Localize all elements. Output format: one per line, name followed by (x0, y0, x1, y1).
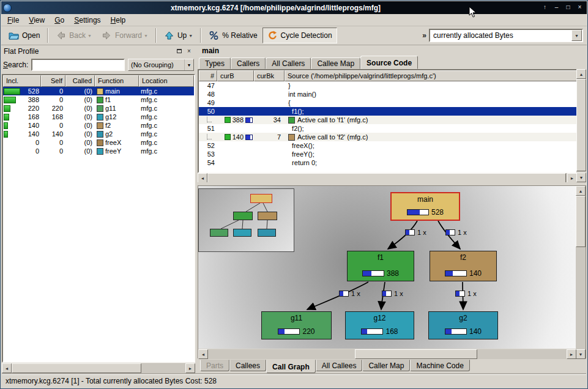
scroll-left-button[interactable]: ◄ (2, 363, 12, 373)
flat-profile-hscrollbar[interactable]: ◄ ► (2, 363, 195, 373)
close-button[interactable]: × (575, 3, 585, 12)
combobox-arrow-icon[interactable]: ▼ (571, 30, 582, 41)
graph-node-main[interactable]: main 528 (390, 192, 460, 221)
scrollbar-thumb[interactable] (355, 349, 477, 359)
toolbar-overflow-button[interactable]: » (420, 31, 429, 40)
table-row-g2[interactable]: 140 140 (0) g2 mfg.c (3, 130, 194, 138)
scroll-up-button[interactable]: ▲ (576, 69, 586, 79)
graph-node-f1[interactable]: f1 388 (347, 251, 414, 281)
tab-callers[interactable]: Callers (231, 57, 266, 69)
graph-node-g11[interactable]: g11 220 (261, 311, 332, 339)
scrollbar-thumb[interactable] (576, 196, 586, 247)
edge-label-f1-g11[interactable]: 1 x (339, 290, 360, 297)
table-row-main[interactable]: 528 0 (0) main mfg.c (3, 87, 194, 95)
table-row-f1[interactable]: 388 0 (0) f1 mfg.c (3, 95, 194, 104)
scrollbar-track[interactable] (208, 349, 567, 359)
column-header-location[interactable]: Location (139, 75, 194, 87)
scrollbar-track[interactable] (576, 196, 586, 349)
column-header-function[interactable]: Function (95, 75, 139, 87)
dock-float-button[interactable] (175, 47, 184, 55)
column-header-incl[interactable]: Incl. (3, 75, 41, 87)
source-line-selected[interactable]: 50 f1(); (199, 107, 585, 116)
source-line[interactable]: 47} (199, 81, 585, 90)
scrollbar-thumb[interactable] (12, 363, 141, 373)
scrollbar-track[interactable] (12, 363, 185, 373)
scroll-right-button[interactable]: ► (567, 349, 576, 359)
grouping-combobox[interactable]: (No Grouping) ▼ (128, 59, 194, 71)
tab-callees[interactable]: Callees (229, 360, 266, 371)
column-header-self[interactable]: Self (41, 75, 65, 87)
table-row-f2[interactable]: 140 0 (0) f2 mfg.c (3, 121, 194, 130)
table-row-g11[interactable]: 220 220 (0) g11 mfg.c (3, 104, 194, 113)
tab-callee-map[interactable]: Callee Map (311, 57, 360, 69)
search-input[interactable] (31, 59, 125, 71)
menu-settings[interactable]: Settings (69, 15, 105, 26)
cycle-detection-toggle-button[interactable]: Cycle Detection (262, 28, 337, 43)
source-line[interactable]: 51 f2(); (199, 124, 585, 133)
table-row-freeY[interactable]: 0 0 (0) freeY mfg.c (3, 147, 194, 155)
up-button[interactable]: Up ▼ (159, 28, 198, 43)
menu-help[interactable]: Help (106, 15, 131, 26)
tab-source-code[interactable]: Source Code (360, 56, 418, 69)
source-hscrollbar[interactable]: ◄ ► (198, 173, 577, 183)
column-header-line[interactable]: # (199, 70, 217, 81)
edge-label-main-f2[interactable]: 1 x (445, 229, 467, 236)
tab-all-callers[interactable]: All Callers (266, 57, 311, 69)
source-line[interactable]: 49{ (199, 98, 585, 107)
source-call-line-f1[interactable]: 388 34 Active call to 'f1' (mfg.c) (199, 116, 585, 124)
menu-go[interactable]: Go (50, 15, 69, 26)
tab-call-graph[interactable]: Call Graph (266, 360, 316, 373)
scroll-down-button[interactable]: ▼ (576, 349, 586, 359)
source-line[interactable]: 53 freeY(); (199, 150, 585, 158)
edge-label-f1-g12[interactable]: 1 x (382, 290, 403, 297)
source-line[interactable]: 54 return 0; (199, 158, 585, 167)
scrollbar-track[interactable] (576, 79, 586, 172)
tab-types[interactable]: Types (199, 57, 231, 69)
tab-parts[interactable]: Parts (200, 360, 229, 371)
scrollbar-thumb[interactable] (576, 79, 586, 171)
menu-file[interactable]: File (2, 15, 24, 26)
shade-button[interactable]: ↑ (540, 3, 550, 12)
tab-caller-map[interactable]: Caller Map (362, 360, 410, 371)
dock-close-button[interactable]: × (185, 47, 193, 55)
call-graph-canvas[interactable]: main 528 f1 388 f2 140 g11 220 g12 168 (198, 186, 576, 349)
graph-node-f2[interactable]: f2 140 (430, 251, 497, 281)
edge-label-f2-g2[interactable]: 1 x (455, 290, 477, 297)
dock-titlebar[interactable]: Flat Profile × (2, 46, 195, 56)
column-header-curbk[interactable]: curBk (254, 70, 285, 81)
scroll-left-button[interactable]: ◄ (198, 349, 208, 359)
graph-node-g12[interactable]: g12 168 (345, 311, 414, 339)
source-line[interactable]: 48int main() (199, 90, 585, 98)
source-line[interactable]: 52 freeX(); (199, 141, 585, 150)
source-call-line-f2[interactable]: 140 7 Active call to 'f2' (mfg.c) (199, 133, 585, 141)
tab-all-callees[interactable]: All Callees (316, 360, 363, 371)
table-row-g12[interactable]: 168 168 (0) g12 mfg.c (3, 113, 194, 121)
minimize-button[interactable]: – (551, 3, 562, 12)
edge-label-main-f1[interactable]: 1 x (405, 229, 426, 236)
scroll-up-button[interactable]: ▲ (576, 186, 586, 196)
graph-node-g2[interactable]: g2 140 (428, 311, 498, 339)
column-header-called[interactable]: Called (65, 75, 95, 87)
maximize-button[interactable]: □ (563, 3, 573, 12)
scroll-down-button[interactable]: ▼ (576, 172, 586, 182)
graph-vscrollbar[interactable]: ▲ ▼ (576, 186, 586, 359)
table-row-freeX[interactable]: 0 0 (0) freeX mfg.c (3, 138, 194, 147)
scrollbar-track[interactable] (207, 173, 567, 183)
source-vscrollbar[interactable]: ▲ ▼ (576, 69, 586, 182)
tab-machine-code[interactable]: Machine Code (410, 360, 469, 371)
forward-button[interactable]: Forward ▼ (97, 28, 153, 43)
scroll-right-button[interactable]: ► (567, 173, 577, 183)
column-header-curb[interactable]: curB (217, 70, 254, 81)
menu-view[interactable]: View (24, 15, 50, 26)
back-button[interactable]: Back ▼ (51, 28, 97, 43)
scrollbar-thumb[interactable] (207, 173, 566, 183)
scroll-right-button[interactable]: ► (185, 363, 195, 373)
scroll-left-button[interactable]: ◄ (198, 173, 207, 183)
graph-overview-map[interactable] (198, 188, 294, 252)
open-button[interactable]: Open (4, 28, 45, 43)
event-type-combobox[interactable]: currently allocated Bytes ▼ (429, 29, 583, 42)
titlebar[interactable]: xtmemory.kcg.6274 [/home/philippe/valgri… (1, 1, 587, 14)
column-header-source[interactable]: Source ('/home/philippe/valgrind/littlep… (285, 70, 585, 81)
relative-toggle-button[interactable]: % Relative (204, 28, 262, 43)
graph-hscrollbar[interactable]: ◄ ► (198, 349, 576, 359)
